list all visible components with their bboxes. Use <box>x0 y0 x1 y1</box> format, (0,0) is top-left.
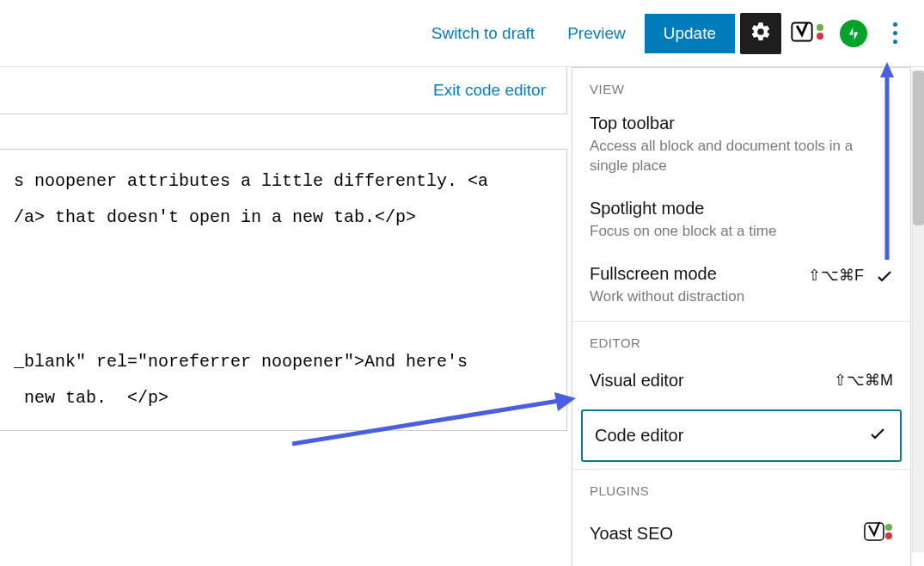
menu-item-label: Code editor <box>595 426 683 446</box>
menu-item-title: Spotlight mode <box>590 199 893 218</box>
check-icon <box>867 423 888 448</box>
menu-yoast-seo[interactable]: Yoast SEO <box>572 507 910 561</box>
jetpack-button[interactable] <box>833 13 874 54</box>
svg-marker-7 <box>880 62 894 77</box>
exit-code-editor-button[interactable]: Exit code editor <box>433 81 546 100</box>
scrollbar-thumb[interactable] <box>913 71 924 225</box>
menu-visual-editor[interactable]: Visual editor ⇧⌥⌘M <box>572 359 910 403</box>
svg-point-2 <box>817 33 823 40</box>
yoast-icon <box>864 520 893 547</box>
yoast-status-dots <box>816 22 824 44</box>
yoast-icon <box>790 20 814 46</box>
vertical-scrollbar[interactable] <box>912 71 924 552</box>
menu-code-editor[interactable]: Code editor <box>581 409 902 462</box>
view-section-label: VIEW <box>572 68 910 105</box>
more-options-button[interactable] <box>879 13 910 54</box>
svg-line-8 <box>292 401 559 444</box>
svg-marker-9 <box>554 392 576 411</box>
plugins-section-label: PLUGINS <box>572 470 910 507</box>
editor-top-toolbar: Switch to draft Preview Update <box>0 0 924 67</box>
gear-icon <box>750 21 772 46</box>
menu-item-title: Top toolbar <box>590 114 893 133</box>
update-button[interactable]: Update <box>645 14 735 53</box>
settings-button[interactable] <box>740 13 781 54</box>
jetpack-icon <box>840 20 867 47</box>
svg-rect-3 <box>865 523 884 540</box>
menu-fullscreen-mode[interactable]: Fullscreen mode Work without distraction… <box>572 255 910 321</box>
keyboard-shortcut: ⇧⌥⌘M <box>834 371 893 390</box>
keyboard-shortcut: ⇧⌥⌘F <box>808 266 864 285</box>
annotation-arrow <box>877 62 911 268</box>
code-editor-header: Exit code editor <box>0 67 567 114</box>
menu-top-toolbar[interactable]: Top toolbar Access all block and documen… <box>572 105 910 190</box>
editor-section-label: EDITOR <box>572 322 910 359</box>
check-icon <box>874 266 895 290</box>
menu-item-desc: Work without distraction <box>590 287 893 307</box>
menu-spotlight-mode[interactable]: Spotlight mode Focus on one block at a t… <box>572 190 910 255</box>
menu-item-desc: Access all block and document tools in a… <box>590 137 893 176</box>
svg-point-5 <box>885 532 892 539</box>
svg-point-1 <box>817 24 823 31</box>
menu-item-label: Yoast SEO <box>590 524 673 544</box>
menu-jetpack[interactable]: Jetpack <box>572 561 910 566</box>
svg-point-4 <box>885 524 892 531</box>
menu-item-desc: Focus on one block at a time <box>590 222 893 242</box>
options-dropdown: VIEW Top toolbar Access all block and do… <box>572 67 911 566</box>
switch-to-draft-button[interactable]: Switch to draft <box>418 15 548 52</box>
preview-button[interactable]: Preview <box>554 15 639 52</box>
menu-item-label: Visual editor <box>590 371 684 391</box>
more-vertical-icon <box>893 22 897 44</box>
yoast-button[interactable] <box>786 13 828 54</box>
annotation-arrow <box>288 368 580 454</box>
